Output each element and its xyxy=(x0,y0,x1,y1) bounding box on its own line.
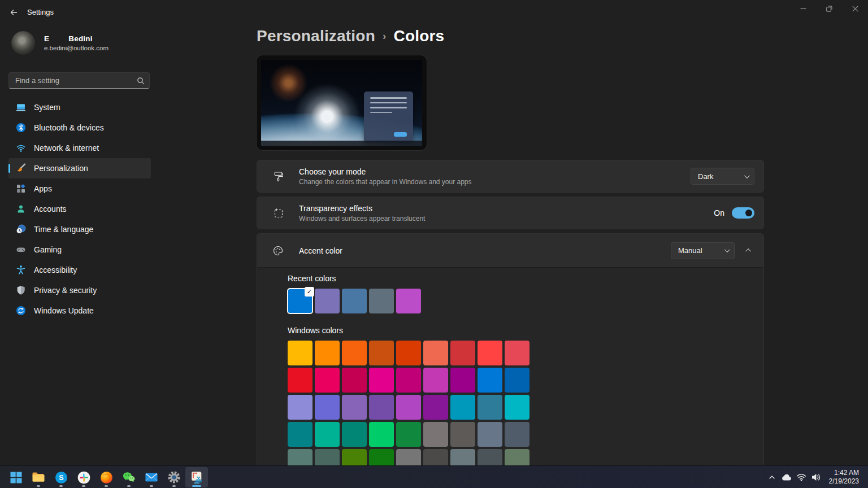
windows-color-swatch-#486860[interactable] xyxy=(315,449,340,465)
windows-color-swatch-#6b69d6[interactable] xyxy=(315,395,340,420)
windows-color-swatch-#10893e[interactable] xyxy=(396,422,421,447)
windows-color-swatch-#767676[interactable] xyxy=(396,449,421,465)
windows-color-swatch-#00b294[interactable] xyxy=(315,422,340,447)
taskbar-slack-icon[interactable] xyxy=(72,467,95,487)
apps-icon xyxy=(16,184,26,194)
windows-color-swatch-#647c64[interactable] xyxy=(505,449,530,465)
windows-color-swatch-#da3b01[interactable] xyxy=(396,341,421,365)
collapse-chevron-up-icon[interactable] xyxy=(745,249,751,254)
windows-color-swatch-#d13438[interactable] xyxy=(450,341,475,365)
accent-mode-dropdown[interactable]: Manual xyxy=(671,242,735,259)
breadcrumb-personalization[interactable]: Personalization xyxy=(257,27,375,45)
tray-chevron-up-icon[interactable] xyxy=(765,469,779,485)
recent-color-swatch-#7b72b8[interactable] xyxy=(315,289,340,313)
sidebar-item-time-language[interactable]: Time & language xyxy=(8,219,151,239)
settings-window: Settings EBedini e.bedini@outlook.com xyxy=(0,0,868,465)
recent-colors-row: ✓ xyxy=(288,289,763,313)
windows-color-swatch-#498205[interactable] xyxy=(342,449,367,465)
windows-color-swatch-#c30052[interactable] xyxy=(342,368,367,393)
sidebar-item-bluetooth-devices[interactable]: Bluetooth & devices xyxy=(8,117,151,138)
windows-color-swatch-#0078d7[interactable] xyxy=(478,368,502,393)
windows-color-swatch-#0063b1[interactable] xyxy=(505,368,530,393)
windows-color-swatch-#8764b8[interactable] xyxy=(342,395,367,420)
taskbar-mail-icon[interactable] xyxy=(140,467,163,487)
restore-button[interactable] xyxy=(816,0,842,17)
taskbar-wechat-icon[interactable] xyxy=(118,467,140,487)
windows-color-swatch-#107c10[interactable] xyxy=(369,449,394,465)
recent-color-swatch-#4a78a4[interactable] xyxy=(342,289,367,313)
windows-color-swatch-#ca5010[interactable] xyxy=(369,341,394,365)
close-button[interactable] xyxy=(842,0,868,17)
mode-dropdown[interactable]: Dark xyxy=(691,168,754,185)
taskbar-file-explorer-icon[interactable] xyxy=(27,467,50,487)
windows-color-swatch-#68768a[interactable] xyxy=(478,422,502,447)
taskbar-indicator xyxy=(82,485,85,487)
sidebar-item-gaming[interactable]: Gaming xyxy=(8,239,151,260)
windows-color-swatch-#b146c2[interactable] xyxy=(396,395,421,420)
tray-icons xyxy=(765,469,823,485)
preview-mock-taskbar xyxy=(261,141,422,146)
windows-color-swatch-#bf0077[interactable] xyxy=(396,368,421,393)
sidebar-item-network-internet[interactable]: Network & internet xyxy=(8,138,151,158)
minimize-button[interactable] xyxy=(790,0,816,17)
palette-icon xyxy=(272,245,284,257)
windows-color-swatch-#00cc6a[interactable] xyxy=(369,422,394,447)
windows-color-swatch-#e74856[interactable] xyxy=(505,341,530,365)
windows-color-swatch-#744da9[interactable] xyxy=(369,395,394,420)
windows-color-swatch-#7a7574[interactable] xyxy=(423,422,448,447)
tray-wifi-icon[interactable] xyxy=(794,469,809,485)
windows-color-swatch-#4a5459[interactable] xyxy=(478,449,502,465)
back-button[interactable] xyxy=(6,5,21,20)
window-controls xyxy=(790,0,868,17)
sidebar-item-system[interactable]: System xyxy=(8,97,151,117)
sidebar-item-label: Bluetooth & devices xyxy=(34,123,104,132)
sidebar-item-accessibility[interactable]: Accessibility xyxy=(8,260,151,280)
personalization-icon xyxy=(16,163,26,173)
tray-cloud-icon[interactable] xyxy=(779,469,794,485)
windows-color-swatch-#e81123[interactable] xyxy=(288,368,313,393)
sidebar-item-accounts[interactable]: Accounts xyxy=(8,199,151,219)
taskbar-skype-icon[interactable]: S xyxy=(50,467,72,487)
windows-color-swatch-#5d5a58[interactable] xyxy=(450,422,475,447)
windows-color-swatch-#ef6950[interactable] xyxy=(423,341,448,365)
accent-color-title: Accent color xyxy=(299,246,671,255)
recent-color-swatch-#bb4dc8[interactable] xyxy=(396,289,421,313)
taskbar-settings-icon[interactable] xyxy=(163,467,185,487)
breadcrumb: Personalization›Colors xyxy=(257,27,444,45)
windows-color-swatch-#ff8c00[interactable] xyxy=(315,341,340,365)
windows-color-swatch-#515c6b[interactable] xyxy=(505,422,530,447)
windows-color-swatch-#0099bc[interactable] xyxy=(450,395,475,420)
windows-color-swatch-#ff4343[interactable] xyxy=(478,341,502,365)
windows-color-swatch-#8e8cd8[interactable] xyxy=(288,395,313,420)
taskbar-start-button[interactable] xyxy=(5,467,27,487)
windows-color-swatch-#ffb900[interactable] xyxy=(288,341,313,365)
sidebar-item-windows-update[interactable]: Windows Update xyxy=(8,300,151,321)
windows-color-swatch-#f7630c[interactable] xyxy=(342,341,367,365)
sidebar-item-apps[interactable]: Apps xyxy=(8,178,151,199)
windows-color-swatch-#881798[interactable] xyxy=(423,395,448,420)
sidebar-item-privacy-security[interactable]: Privacy & security xyxy=(8,280,151,300)
windows-color-swatch-#567c73[interactable] xyxy=(288,449,313,465)
search-box[interactable] xyxy=(8,72,150,89)
recent-color-swatch-#60707c[interactable] xyxy=(369,289,394,313)
tray-volume-icon[interactable] xyxy=(809,469,823,485)
taskbar-clock[interactable]: 1:42 AM 2/19/2023 xyxy=(829,469,863,486)
recent-color-swatch-#0078d4[interactable]: ✓ xyxy=(288,289,313,313)
taskbar-firefox-icon[interactable] xyxy=(95,467,118,487)
windows-color-swatch-#9a0089[interactable] xyxy=(450,368,475,393)
windows-color-swatch-#c239b3[interactable] xyxy=(423,368,448,393)
windows-color-swatch-#018574[interactable] xyxy=(342,422,367,447)
windows-color-swatch-#00b7c3[interactable] xyxy=(505,395,530,420)
windows-color-swatch-#69797e[interactable] xyxy=(450,449,475,465)
sidebar-item-personalization[interactable]: Personalization xyxy=(8,158,151,178)
windows-color-swatch-#e3008c[interactable] xyxy=(369,368,394,393)
taskbar-snipping-tool-icon[interactable] xyxy=(185,467,208,487)
search-input[interactable] xyxy=(15,76,137,85)
windows-color-swatch-#4c4a48[interactable] xyxy=(423,449,448,465)
transparency-toggle[interactable] xyxy=(732,207,754,219)
windows-color-swatch-#ea005e[interactable] xyxy=(315,368,340,393)
windows-color-swatch-#038387[interactable] xyxy=(288,422,313,447)
windows-color-swatch-#2d7d9a[interactable] xyxy=(478,395,502,420)
back-arrow-icon xyxy=(9,8,18,17)
minimize-icon xyxy=(800,6,806,12)
